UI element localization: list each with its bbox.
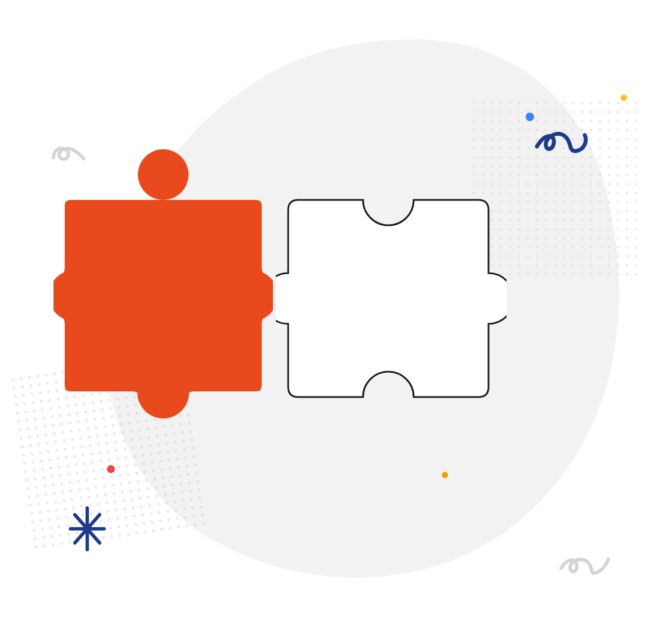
- scribble-top-right-icon: [531, 118, 593, 163]
- puzzle-piece-right-icon: [276, 183, 507, 420]
- dot-red-icon: [107, 465, 115, 473]
- dot-yellow-bottom-icon: [442, 472, 448, 478]
- scribble-bottom-right-icon: [557, 546, 613, 579]
- dot-blue-icon: [526, 113, 534, 121]
- star-burst-icon: [65, 503, 110, 554]
- integration-illustration: [0, 0, 672, 633]
- dot-yellow-top-icon: [621, 95, 627, 101]
- svg-point-4: [138, 149, 189, 200]
- puzzle-piece-left-icon: [53, 149, 273, 431]
